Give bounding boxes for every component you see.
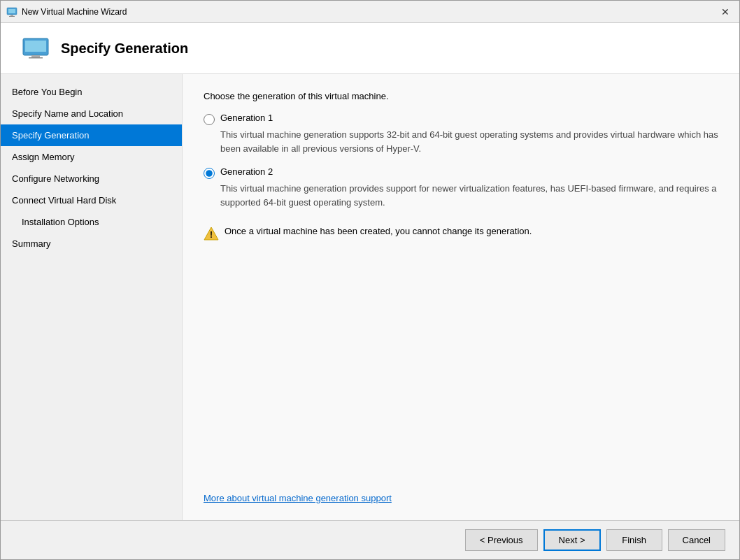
generation2-option-row: Generation 2 <box>204 166 718 179</box>
warning-icon: ! <box>204 226 219 241</box>
warning-row: ! Once a virtual machine has been create… <box>204 226 718 241</box>
title-bar-text: New Virtual Machine Wizard <box>22 7 127 17</box>
main-content: Choose the generation of this virtual ma… <box>183 74 739 520</box>
sidebar-item-before-you-begin[interactable]: Before You Begin <box>1 81 182 103</box>
generation2-label[interactable]: Generation 2 <box>220 166 273 177</box>
generation1-radio[interactable] <box>204 114 215 125</box>
link-area: More about virtual machine generation su… <box>204 479 718 503</box>
content-area: Before You Begin Specify Name and Locati… <box>1 74 739 520</box>
sidebar-item-installation-options[interactable]: Installation Options <box>1 211 182 233</box>
title-bar: New Virtual Machine Wizard ✕ <box>1 1 739 23</box>
footer: < Previous Next > Finish Cancel <box>1 520 739 559</box>
next-button[interactable]: Next > <box>543 529 601 551</box>
cancel-button[interactable]: Cancel <box>668 529 725 551</box>
svg-rect-6 <box>31 55 40 57</box>
title-bar-left: New Virtual Machine Wizard <box>6 6 127 17</box>
generation2-description: This virtual machine generation provides… <box>220 182 718 209</box>
dialog-window: New Virtual Machine Wizard ✕ Specify Gen… <box>0 0 740 560</box>
generation1-option-row: Generation 1 <box>204 113 718 125</box>
generation1-label[interactable]: Generation 1 <box>220 113 273 123</box>
sidebar-item-assign-memory[interactable]: Assign Memory <box>1 146 182 168</box>
svg-rect-2 <box>10 15 13 16</box>
header-title: Specify Generation <box>61 41 188 57</box>
intro-text: Choose the generation of this virtual ma… <box>204 91 718 101</box>
warning-text: Once a virtual machine has been created,… <box>225 226 532 236</box>
finish-button[interactable]: Finish <box>606 529 662 551</box>
header-vm-icon <box>22 37 50 59</box>
close-button[interactable]: ✕ <box>717 3 734 20</box>
sidebar: Before You Begin Specify Name and Locati… <box>1 74 183 520</box>
sidebar-item-connect-vhd[interactable]: Connect Virtual Hard Disk <box>1 189 182 211</box>
titlebar-icon <box>6 6 17 17</box>
sidebar-item-configure-networking[interactable]: Configure Networking <box>1 168 182 189</box>
sidebar-item-summary[interactable]: Summary <box>1 233 182 254</box>
help-link[interactable]: More about virtual machine generation su… <box>204 493 392 503</box>
svg-rect-5 <box>25 41 46 52</box>
generation1-description: This virtual machine generation supports… <box>220 128 718 155</box>
svg-rect-3 <box>9 16 15 17</box>
sidebar-item-specify-generation[interactable]: Specify Generation <box>1 124 182 146</box>
previous-button[interactable]: < Previous <box>465 529 538 551</box>
svg-rect-1 <box>8 9 15 13</box>
header-section: Specify Generation <box>1 23 739 74</box>
svg-rect-7 <box>29 57 43 59</box>
sidebar-item-specify-name[interactable]: Specify Name and Location <box>1 103 182 124</box>
svg-text:!: ! <box>210 230 213 240</box>
generation2-radio[interactable] <box>204 168 215 179</box>
